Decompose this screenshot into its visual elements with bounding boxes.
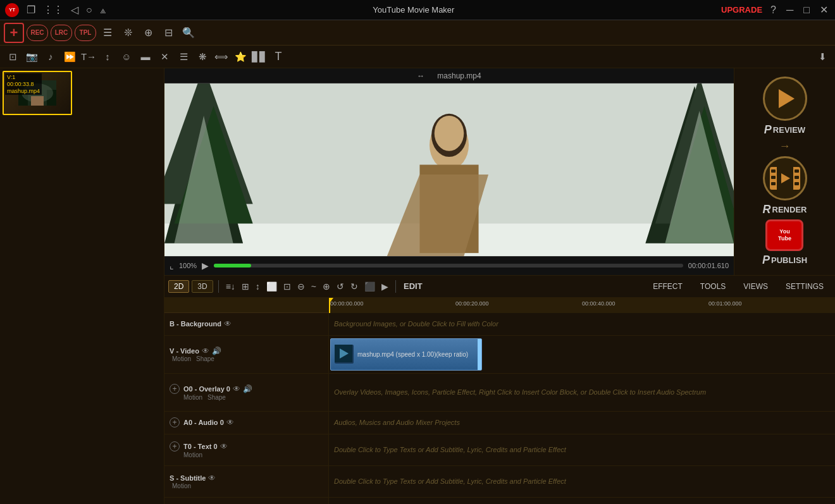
ruler-marker-2: 00:00:40.000 [582,300,615,307]
toolbar-row1: + REC LRC TPL ☰ ❊ ⊕ ⊟ 🔍 [0,20,835,46]
titlebar-icon-1[interactable]: ❐ [27,4,35,16]
title-bar: YT ❐ ⋮⋮ ◁ ○ ⟁ YouTube Movie Maker UPGRAD… [0,0,835,20]
list-icon[interactable]: ☰ [175,48,192,66]
youtube-text: YouTube [778,228,791,242]
tab-settings[interactable]: SETTINGS [778,281,831,292]
text-icon[interactable]: T→ [80,48,97,66]
progress-fill [214,264,251,267]
resize-icon[interactable]: ↕ [99,48,116,66]
video-preview [164,83,734,256]
star-icon[interactable]: ❋ [194,48,211,66]
height-icon[interactable]: ↕ [254,281,262,292]
upgrade-button[interactable]: UPGRADE [721,5,762,15]
titlebar-icon-3[interactable]: ◁ [71,4,78,16]
stop-icon[interactable]: ⬛ [362,281,377,292]
preview-action[interactable]: PREVIEW [763,77,807,137]
minimize-button[interactable]: ─ [784,4,795,16]
track-eye-video[interactable]: 👁 [202,347,209,355]
rec-button[interactable]: REC [27,25,48,41]
track-sub-shape-video: Shape [196,355,214,362]
timeline-toolbar: 2D 3D ≡↓ ⊞ ↕ ⬜ ⊡ ⊖ ~ ⊕ ↺ ↻ ⬛ ▶ EDIT EFFE… [164,275,835,298]
track-eye-audio[interactable]: 👁 [226,418,234,427]
track-audio-overlay[interactable]: 🔊 [243,384,252,393]
undo-icon[interactable]: ↺ [335,281,346,292]
emoji-icon[interactable]: ☺ [118,48,135,66]
titlebar-icon-2[interactable]: ⋮⋮ [43,4,63,16]
toolbar-row2: ⊡ 📷 ♪ ⏩ T→ ↕ ☺ ▬ ✕ ☰ ❋ ⟺ ⭐ ▊▊ T ⬇ [0,46,835,68]
music-icon[interactable]: ♪ [42,48,59,66]
square-icon[interactable]: ⬜ [264,281,279,292]
redo-icon[interactable]: ↻ [349,281,360,292]
zoom-in-icon[interactable]: ⊕ [321,281,332,292]
photo-icon[interactable]: 📷 [23,48,40,66]
track-add-audio[interactable]: + [170,417,180,427]
help-button[interactable]: ? [769,4,778,16]
forward-icon[interactable]: ⏩ [61,48,78,66]
media-item-video[interactable]: V:1 00:00:33.8 mashup.mp4 [3,71,72,115]
media-icon[interactable]: ⊡ [4,48,22,66]
titlebar-icon-4[interactable]: ○ [86,4,92,16]
svg-point-19 [435,116,464,151]
minus-icon[interactable]: ⊟ [159,24,177,42]
mode-2d-button[interactable]: 2D [168,280,189,293]
search-icon[interactable]: 🔍 [180,24,197,42]
right-sidebar: PREVIEW → [734,68,835,275]
bar-icon[interactable]: ▬ [137,48,154,66]
progress-bar[interactable] [214,264,683,267]
tab-views[interactable]: VIEWS [736,281,776,292]
track-content-overlay: Overlay Videos, Images, Icons, Particle … [329,374,835,412]
menu-icon[interactable]: ☰ [99,24,116,42]
bars-icon[interactable]: ▊▊ [250,48,268,66]
zoom-out-icon[interactable]: ⊖ [295,281,307,292]
track-eye-overlay[interactable]: 👁 [233,384,240,393]
tab-tools[interactable]: TOOLS [693,281,733,292]
swap-icon[interactable]: ⟺ [213,48,230,66]
close-button[interactable]: ✕ [818,4,830,16]
track-label-background: B - Background 👁 [164,313,328,336]
titlebar-icon-5[interactable]: ⟁ [100,4,106,16]
track-label-graffiti: G - Graffiti 👁 [164,498,328,505]
track-labels: B - Background 👁 V - Video 👁 🔊 Motion Sh… [164,298,329,505]
track-add-text[interactable]: + [170,441,180,452]
lrc-button[interactable]: LRC [51,25,72,41]
svg-rect-22 [771,169,776,173]
time-display: 00:00:01.610 [688,262,729,269]
track-eye-text[interactable]: 👁 [220,442,228,451]
track-name-audio: A0 - Audio 0 [183,419,224,426]
publish-action[interactable]: YouTube PPUBLISH [762,219,807,267]
maximize-button[interactable]: □ [801,4,812,16]
clip-end [478,339,481,370]
render-action[interactable]: RRENDER [763,156,807,216]
mode-3d-button[interactable]: 3D [192,280,213,293]
zoom-level: 100% [179,262,197,269]
playhead[interactable] [329,298,330,313]
wave-icon[interactable]: ~ [309,281,318,292]
clip-icon[interactable]: ⊡ [281,281,293,292]
track-add-overlay[interactable]: + [170,384,180,394]
big-text-icon[interactable]: T [269,48,287,66]
track-audio-video[interactable]: 🔊 [212,347,221,355]
track-label-overlay: + O0 - Overlay 0 👁 🔊 Motion Shape [164,374,328,412]
main-area: V:1 00:00:33.8 mashup.mp4 ↔ mashup.mp4 [0,68,835,504]
video-clip[interactable]: mashup.mp4 (speed x 1.00)(keep ratio) [330,338,482,371]
clip-label: mashup.mp4 (speed x 1.00)(keep ratio) [357,351,468,358]
track-eye-background[interactable]: 👁 [224,319,232,328]
effect-icon[interactable]: ⊕ [139,24,157,42]
flower-icon[interactable]: ⭐ [232,48,249,66]
play-tl-icon[interactable]: ▶ [380,281,390,292]
publish-circle: YouTube [765,219,803,251]
sort-icon[interactable]: ≡↓ [224,281,237,292]
track-eye-subtitle[interactable]: 👁 [208,474,216,482]
snowflake-icon[interactable]: ❊ [119,24,137,42]
play-button[interactable]: ▶ [202,261,209,271]
svg-rect-4 [31,96,44,106]
grid-icon[interactable]: ⊞ [240,281,251,292]
track-content: 00:00:00.000 00:00:20.000 00:00:40.000 0… [329,298,835,505]
track-sub-shape-overlay: Shape [207,394,226,401]
download-icon[interactable]: ⬇ [813,48,831,66]
track-name-subtitle: S - Subtitle [170,474,206,482]
clear-icon[interactable]: ✕ [156,48,173,66]
tpl-button[interactable]: TPL [75,25,96,41]
add-button[interactable]: + [4,23,24,43]
tab-effect[interactable]: EFFECT [645,281,690,292]
